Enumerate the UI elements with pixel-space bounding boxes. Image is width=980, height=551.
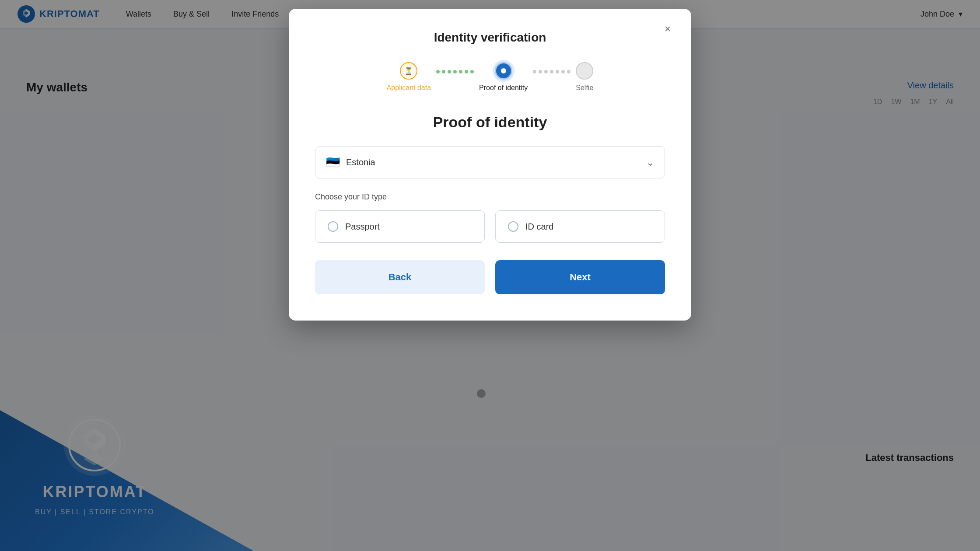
- dot-grey: [539, 70, 542, 73]
- button-row: Back Next: [315, 260, 665, 294]
- step-proof-label: Proof of identity: [479, 84, 528, 92]
- country-select-value: 🇪🇪 Estonia: [326, 156, 375, 169]
- step-selfie: Selfie: [576, 62, 593, 92]
- step-proof-dot: [501, 68, 506, 73]
- step-proof-circle: [495, 62, 512, 80]
- dot: [442, 70, 445, 73]
- dot-grey: [556, 70, 559, 73]
- id-type-label: Choose your ID type: [315, 192, 665, 202]
- dot: [453, 70, 457, 73]
- dot-grey: [550, 70, 553, 73]
- dot: [465, 70, 468, 73]
- form-section-title: Proof of identity: [315, 114, 665, 131]
- dot-grey: [533, 70, 536, 73]
- step-applicant: ⏳ Applicant data: [387, 62, 431, 92]
- passport-radio[interactable]: [328, 221, 338, 232]
- id-card-radio[interactable]: [508, 221, 518, 232]
- country-select-dropdown[interactable]: 🇪🇪 Estonia ⌄: [315, 146, 665, 178]
- dot: [436, 70, 440, 73]
- dots-1-2: [431, 70, 479, 73]
- chevron-down-icon: ⌄: [646, 157, 654, 168]
- id-type-options: Passport ID card: [315, 210, 665, 243]
- id-card-label: ID card: [525, 222, 553, 232]
- step-applicant-label: Applicant data: [387, 84, 431, 92]
- step-applicant-circle: ⏳: [400, 62, 417, 80]
- step-applicant-icon: ⏳: [404, 67, 413, 75]
- modal-close-button[interactable]: ×: [660, 21, 676, 37]
- id-type-passport[interactable]: Passport: [315, 210, 485, 243]
- step-selfie-circle: [576, 62, 593, 80]
- passport-label: Passport: [345, 222, 380, 232]
- country-flag-icon: 🇪🇪: [326, 156, 340, 169]
- step-proof: Proof of identity: [479, 62, 528, 92]
- dot: [459, 70, 462, 73]
- dot-grey: [544, 70, 548, 73]
- step-selfie-label: Selfie: [576, 84, 593, 92]
- dot: [470, 70, 474, 73]
- modal-overlay: Identity verification × ⏳ Applicant data: [0, 0, 980, 551]
- progress-steps: ⏳ Applicant data Proof of identity: [315, 62, 665, 92]
- modal-title: Identity verification: [315, 31, 665, 45]
- dot: [448, 70, 451, 73]
- dots-2-3: [528, 70, 576, 73]
- next-button[interactable]: Next: [495, 260, 665, 294]
- dot-grey: [561, 70, 565, 73]
- country-name: Estonia: [346, 157, 375, 167]
- identity-verification-modal: Identity verification × ⏳ Applicant data: [289, 9, 691, 321]
- id-type-id-card[interactable]: ID card: [495, 210, 665, 243]
- back-button[interactable]: Back: [315, 260, 485, 294]
- dot-grey: [567, 70, 570, 73]
